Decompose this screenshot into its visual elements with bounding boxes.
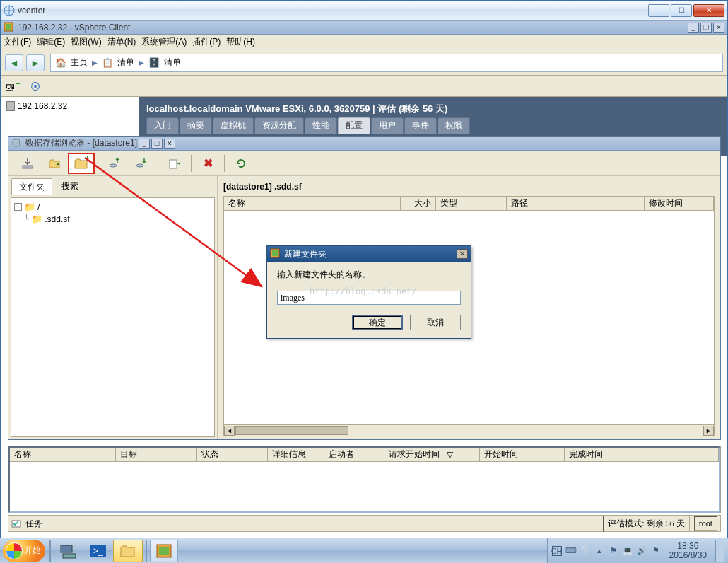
tab-resources[interactable]: 资源分配 (254, 117, 304, 134)
minimize-button[interactable]: – (648, 4, 669, 17)
tab-users[interactable]: 用户 (371, 117, 404, 134)
back-button[interactable]: ◄ (5, 54, 23, 71)
ds-delete-button[interactable]: ✖ (194, 153, 221, 174)
inventory-icon: 📋 (102, 57, 113, 68)
start-button[interactable]: 开始 (3, 540, 45, 562)
ds-download-button[interactable] (14, 153, 41, 174)
mdi-restore-button[interactable]: ❐ (700, 23, 712, 33)
vsphere-icon (4, 22, 15, 33)
ds-minimize-button[interactable]: _ (139, 139, 150, 149)
folder-name-input[interactable] (277, 291, 461, 305)
tab-events[interactable]: 事件 (404, 117, 437, 134)
tab-vms[interactable]: 虚拟机 (213, 117, 254, 134)
mdi-minimize-button[interactable]: _ (688, 23, 699, 33)
ds-tab-search[interactable]: 搜索 (54, 178, 86, 195)
system-clock[interactable]: 18:36 2016/8/30 (665, 542, 711, 560)
server-icon (6, 101, 15, 111)
horizontal-scrollbar[interactable]: ◄ ► (224, 424, 714, 436)
svg-rect-8 (170, 160, 177, 168)
tray-collapse-icon[interactable]: ▴ (594, 546, 604, 556)
dialog-label: 输入新建文件夹的名称。 (277, 269, 461, 281)
taskcol-reqstart[interactable]: 请求开始时间 ▽ (384, 448, 480, 461)
ds-close-button[interactable]: ✕ (164, 139, 175, 149)
col-name[interactable]: 名称 (224, 197, 401, 210)
tray-action-center-icon[interactable]: ⚑ (651, 546, 661, 556)
tasks-tab-label[interactable]: 任务 (25, 518, 42, 530)
taskcol-target[interactable]: 目标 (116, 448, 197, 461)
scroll-thumb[interactable] (235, 426, 348, 435)
tab-summary[interactable]: 摘要 (180, 117, 212, 134)
ds-new-folder-button[interactable]: + (68, 153, 95, 174)
tray-help-icon[interactable]: ❔ (580, 546, 590, 556)
taskcol-start[interactable]: 开始时间 (480, 448, 565, 461)
taskcol-status[interactable]: 状态 (197, 448, 268, 461)
menu-inventory[interactable]: 清单(N) (107, 36, 136, 48)
ds-left-pane: 文件夹 搜索 − 📁 / └ 📁 .sdd.sf (8, 176, 218, 439)
tab-config[interactable]: 配置 (338, 117, 370, 134)
tab-permissions[interactable]: 权限 (438, 117, 470, 134)
close-button[interactable]: ✕ (693, 4, 724, 17)
ds-up-button[interactable] (41, 153, 68, 174)
tree-root[interactable]: − 📁 / (14, 201, 211, 213)
breadcrumb-inventory[interactable]: 清单 (117, 57, 134, 69)
taskbar-vsphere[interactable] (150, 540, 178, 562)
toolbar-separator (158, 155, 158, 172)
collapse-icon[interactable]: − (14, 203, 22, 211)
show-desktop-button[interactable] (715, 540, 724, 562)
col-modified[interactable]: 修改时间 (645, 197, 714, 210)
taskcol-details[interactable]: 详细信息 (268, 448, 324, 461)
tree-node-server[interactable]: 192.168.2.32 (5, 100, 134, 112)
menu-edit[interactable]: 编辑(E) (37, 36, 65, 48)
ok-button[interactable]: 确定 (352, 315, 403, 330)
tab-performance[interactable]: 性能 (305, 117, 337, 134)
ds-refresh-button[interactable] (228, 153, 254, 174)
taskbar-explorer[interactable] (113, 540, 143, 562)
ds-maximize-button[interactable]: ☐ (151, 139, 163, 149)
taskbar-powershell[interactable]: >_ (83, 540, 113, 562)
menu-help[interactable]: 帮助(H) (226, 36, 255, 48)
scroll-left-arrow[interactable]: ◄ (224, 426, 235, 436)
tray-network-icon[interactable]: 💻 (623, 546, 633, 556)
power-icon[interactable]: ⦿ (30, 81, 40, 92)
menu-file[interactable]: 文件(F) (4, 36, 31, 48)
svg-rect-2 (6, 24, 11, 30)
mdi-close-button[interactable]: ✕ (713, 23, 724, 33)
svg-rect-18 (159, 547, 169, 555)
chevron-right-icon: ▶ (139, 59, 144, 66)
menu-view[interactable]: 视图(W) (71, 36, 101, 48)
scroll-right-arrow[interactable]: ► (703, 426, 714, 436)
menu-plugins[interactable]: 插件(P) (192, 36, 221, 48)
taskbar-server-manager[interactable] (54, 540, 83, 562)
ds-upload-button[interactable] (101, 153, 128, 174)
tree-child[interactable]: └ 📁 .sdd.sf (14, 213, 211, 225)
ds-tab-folders[interactable]: 文件夹 (11, 178, 52, 195)
toolbar-separator (191, 155, 192, 172)
taskcol-name[interactable]: 名称 (10, 448, 116, 461)
home-icon: 🏠 (55, 57, 66, 68)
svg-rect-14 (63, 554, 76, 558)
forward-button[interactable]: ► (26, 54, 45, 71)
col-type[interactable]: 类型 (436, 197, 507, 210)
maximize-button[interactable]: ☐ (671, 4, 692, 17)
tray-customize-icon[interactable]: ⚑ (609, 546, 618, 556)
inventory-icon: 🗄️ (148, 57, 160, 68)
ds-move-button[interactable] (161, 153, 188, 174)
col-path[interactable]: 路径 (507, 197, 645, 210)
col-size[interactable]: 大小 (401, 197, 436, 210)
taskcol-initiator[interactable]: 启动者 (324, 448, 384, 461)
ds-download-to-button[interactable] (128, 153, 155, 174)
lang-indicator[interactable]: CH (552, 546, 562, 556)
svg-text:+: + (85, 156, 89, 163)
cancel-button[interactable]: 取消 (410, 315, 461, 330)
dialog-titlebar[interactable]: 新建文件夹 ✕ (267, 246, 471, 262)
breadcrumb[interactable]: 🏠 主页 ▶ 📋 清单 ▶ 🗄️ 清单 (50, 54, 723, 72)
tray-keyboard-icon[interactable]: ⌨ (566, 546, 576, 556)
breadcrumb-inventory2[interactable]: 清单 (164, 57, 181, 69)
tray-sound-icon[interactable]: 🔊 (637, 546, 647, 556)
tab-getting-started[interactable]: 入门 (146, 117, 179, 134)
taskcol-complete[interactable]: 完成时间 (565, 448, 719, 461)
new-vm-icon[interactable]: 🖳+ (5, 79, 20, 93)
breadcrumb-home[interactable]: 主页 (71, 57, 88, 69)
dialog-close-button[interactable]: ✕ (457, 249, 468, 259)
menu-admin[interactable]: 系统管理(A) (141, 36, 187, 48)
